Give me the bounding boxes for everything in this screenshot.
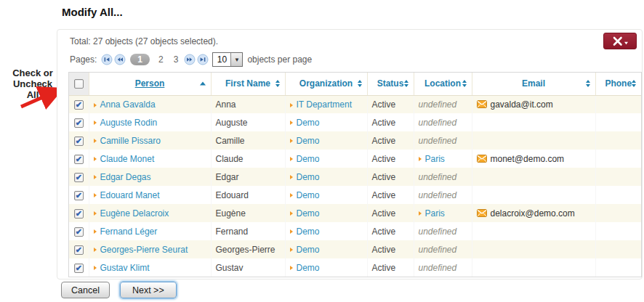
first-page-icon	[101, 54, 113, 65]
expand-bullet-icon[interactable]	[290, 211, 293, 216]
column-header-status[interactable]: Status	[367, 73, 414, 95]
expand-bullet-icon[interactable]	[419, 211, 422, 216]
column-header-org[interactable]: Organization	[285, 73, 367, 95]
page-number-link[interactable]: 2	[158, 54, 164, 65]
row-checkbox[interactable]	[74, 118, 84, 128]
per-page-value: 10	[213, 53, 230, 66]
status-text: Active	[372, 118, 396, 128]
first-name-text: Edgar	[216, 172, 239, 182]
next-button[interactable]: Next >>	[120, 282, 177, 298]
table-row: Fernand LégerFernandDemoActiveundefined	[69, 222, 641, 240]
expand-bullet-icon[interactable]	[94, 103, 97, 107]
row-checkbox[interactable]	[74, 173, 84, 182]
person-link[interactable]: Edouard Manet	[100, 190, 160, 200]
first-name-text: Auguste	[216, 118, 248, 128]
row-checkbox[interactable]	[74, 100, 84, 110]
organization-link[interactable]: Demo	[297, 263, 320, 273]
expand-bullet-icon[interactable]	[419, 157, 422, 161]
row-checkbox[interactable]	[74, 136, 84, 146]
expand-bullet-icon[interactable]	[94, 139, 97, 143]
row-checkbox[interactable]	[74, 209, 84, 219]
row-checkbox[interactable]	[74, 227, 84, 237]
organization-link[interactable]: Demo	[297, 245, 320, 255]
column-header-person[interactable]: Person	[89, 73, 211, 95]
cancel-button[interactable]: Cancel	[61, 282, 110, 298]
expand-bullet-icon[interactable]	[290, 248, 293, 252]
column-header-phone[interactable]: Phone	[595, 73, 641, 95]
organization-link[interactable]: IT Department	[297, 99, 352, 110]
previous-page-button[interactable]	[114, 54, 126, 65]
organization-link[interactable]: Demo	[297, 136, 320, 146]
expand-bullet-icon[interactable]	[290, 266, 293, 270]
first-name-text: Gustav	[216, 263, 243, 273]
row-checkbox[interactable]	[74, 245, 84, 255]
person-link[interactable]: Camille Pissaro	[100, 136, 161, 146]
expand-bullet-icon[interactable]	[94, 121, 97, 125]
column-label: Person	[135, 78, 165, 89]
expand-bullet-icon[interactable]	[290, 193, 293, 197]
status-text: Active	[372, 154, 396, 164]
status-text: Active	[372, 245, 396, 255]
organization-link[interactable]: Demo	[297, 154, 320, 164]
select-all-checkbox[interactable]	[74, 79, 84, 89]
location-undefined-text: undefined	[419, 172, 457, 182]
annotation-line: Check or	[1, 68, 64, 78]
modify-all-panel: Total: 27 objects (27 objects selected).…	[57, 29, 643, 279]
next-page-icon	[184, 54, 196, 65]
person-link[interactable]: Georges-Pierre Seurat	[100, 245, 188, 255]
next-page-button[interactable]	[184, 54, 196, 65]
person-link[interactable]: Gustav Klimt	[100, 263, 150, 273]
current-page-indicator[interactable]: 1	[130, 54, 150, 65]
expand-bullet-icon[interactable]	[290, 157, 293, 161]
expand-bullet-icon[interactable]	[290, 175, 293, 179]
expand-bullet-icon[interactable]	[94, 175, 97, 179]
person-link[interactable]: Fernand Léger	[100, 226, 158, 237]
expand-bullet-icon[interactable]	[290, 103, 293, 107]
location-undefined-text: undefined	[419, 99, 457, 110]
actions-menu-button[interactable]	[603, 33, 637, 49]
row-checkbox[interactable]	[74, 264, 84, 273]
first-name-text: Edouard	[216, 190, 249, 200]
organization-link[interactable]: Demo	[297, 190, 320, 200]
location-link[interactable]: Paris	[425, 208, 445, 219]
first-name-text: Fernand	[216, 226, 249, 237]
wizard-footer: Cancel Next >>	[61, 282, 177, 298]
person-link[interactable]: Claude Monet	[100, 154, 155, 164]
objects-table: PersonFirst NameOrganizationStatusLocati…	[69, 73, 641, 277]
row-checkbox[interactable]	[74, 155, 84, 164]
dropdown-arrow-icon: ▼	[230, 53, 242, 66]
expand-bullet-icon[interactable]	[290, 139, 293, 143]
expand-bullet-icon[interactable]	[94, 266, 97, 270]
row-checkbox[interactable]	[74, 191, 84, 200]
expand-bullet-icon[interactable]	[94, 157, 97, 161]
per-page-select[interactable]: 10 ▼	[212, 52, 243, 67]
organization-link[interactable]: Demo	[297, 172, 320, 182]
last-page-button[interactable]	[197, 54, 209, 65]
status-text: Active	[372, 226, 396, 237]
expand-bullet-icon[interactable]	[94, 193, 97, 197]
location-link[interactable]: Paris	[425, 154, 445, 164]
first-page-button[interactable]	[101, 54, 113, 65]
column-header-first[interactable]: First Name	[211, 73, 285, 95]
column-header-location[interactable]: Location	[414, 73, 472, 95]
table-row: Edouard ManetEdouardDemoActiveundefined	[69, 186, 641, 204]
expand-bullet-icon[interactable]	[94, 248, 97, 252]
location-undefined-text: undefined	[419, 190, 457, 200]
expand-bullet-icon[interactable]	[94, 229, 97, 234]
organization-link[interactable]: Demo	[297, 226, 320, 237]
organization-link[interactable]: Demo	[297, 208, 320, 219]
column-header-email[interactable]: Email	[472, 73, 595, 95]
person-link[interactable]: Eugène Delacroix	[100, 208, 169, 219]
location-undefined-text: undefined	[419, 226, 457, 237]
person-link[interactable]: Edgar Degas	[100, 172, 151, 182]
page-number-link[interactable]: 3	[174, 54, 179, 65]
person-link[interactable]: Anna Gavalda	[100, 99, 156, 110]
expand-bullet-icon[interactable]	[290, 229, 293, 234]
person-link[interactable]: Auguste Rodin	[100, 118, 158, 128]
expand-bullet-icon[interactable]	[290, 121, 293, 125]
organization-link[interactable]: Demo	[297, 118, 320, 128]
location-undefined-text: undefined	[419, 245, 457, 255]
table-header-row: PersonFirst NameOrganizationStatusLocati…	[69, 73, 641, 95]
expand-bullet-icon[interactable]	[94, 211, 97, 216]
first-name-text: Eugène	[216, 208, 246, 219]
